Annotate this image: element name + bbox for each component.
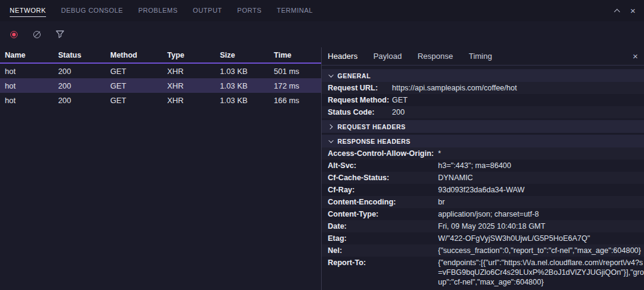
header-row: Cf-Ray: 93d093f23da6da34-WAW xyxy=(322,184,644,196)
header-key: Request Method: xyxy=(328,95,392,105)
column-header-time[interactable]: Time xyxy=(269,51,321,59)
cell-size: 1.03 KB xyxy=(215,81,269,90)
header-value: {"success_fraction":0,"report_to":"cf-ne… xyxy=(438,246,644,255)
header-row: Request Method: GET xyxy=(322,94,644,106)
response-entries: Access-Control-Allow-Origin: * Alt-Svc: … xyxy=(322,147,644,288)
table-row-selected[interactable]: hot 200 GET XHR 1.03 KB 172 ms xyxy=(0,78,321,93)
cell-size: 1.03 KB xyxy=(215,67,269,76)
chevron-down-icon xyxy=(328,72,333,77)
header-key: Alt-Svc: xyxy=(328,161,438,170)
header-value: br xyxy=(438,197,644,207)
section-response-headers-header[interactable]: RESPONSE HEADERS xyxy=(322,135,644,147)
section-request-headers-header[interactable]: REQUEST HEADERS xyxy=(322,120,644,133)
header-row: Nel: {"success_fraction":0,"report_to":"… xyxy=(322,244,644,257)
details-tab-bar: Headers Payload Response Timing × xyxy=(322,47,644,66)
tab-response[interactable]: Response xyxy=(417,52,453,61)
header-value: W/"422-OFgVyjSW3h0UjwL/G5P5HoE6A7Q" xyxy=(438,234,644,243)
header-key: Report-To: xyxy=(328,258,438,268)
general-entries: Request URL: https://api.sampleapis.com/… xyxy=(322,82,644,118)
cell-type: XHR xyxy=(162,67,215,76)
panel-tab-bar: NETWORK DEBUG CONSOLE PROBLEMS OUTPUT PO… xyxy=(0,0,644,21)
header-row: Date: Fri, 09 May 2025 10:40:18 GMT xyxy=(322,220,644,232)
network-devtools-panel: NETWORK DEBUG CONSOLE PROBLEMS OUTPUT PO… xyxy=(0,0,644,290)
cell-time: 166 ms xyxy=(269,96,321,105)
header-value: GET xyxy=(392,95,644,105)
tab-timing[interactable]: Timing xyxy=(469,52,493,61)
cell-status: 200 xyxy=(53,81,105,90)
column-header-type[interactable]: Type xyxy=(162,51,215,59)
section-title: GENERAL xyxy=(337,72,371,79)
cell-status: 200 xyxy=(53,67,105,76)
header-row: Access-Control-Allow-Origin: * xyxy=(322,147,644,160)
header-row: Content-Encoding: br xyxy=(322,196,644,208)
header-key: Cf-Ray: xyxy=(328,185,438,195)
cell-name: hot xyxy=(0,81,53,90)
table-row[interactable]: hot 200 GET XHR 1.03 KB 166 ms xyxy=(0,93,321,107)
panel-content: Name Status Method Type Size Time hot 20… xyxy=(0,47,644,290)
filter-button[interactable] xyxy=(55,29,65,40)
header-row: Request URL: https://api.sampleapis.com/… xyxy=(322,82,644,94)
details-body: GENERAL Request URL: https://api.samplea… xyxy=(322,66,644,290)
header-value: https://api.sampleapis.com/coffee/hot xyxy=(392,83,644,93)
tab-headers[interactable]: Headers xyxy=(328,52,357,61)
header-key: Nel: xyxy=(328,246,438,255)
section-response-headers: RESPONSE HEADERS Access-Control-Allow-Or… xyxy=(322,135,644,288)
chevron-up-icon[interactable] xyxy=(615,8,619,14)
header-key: Cf-Cache-Status: xyxy=(328,173,438,183)
section-request-headers: REQUEST HEADERS xyxy=(322,120,644,133)
header-row: Alt-Svc: h3=":443"; ma=86400 xyxy=(322,160,644,172)
tab-debug-console[interactable]: DEBUG CONSOLE xyxy=(61,5,123,17)
close-details-icon[interactable]: × xyxy=(632,52,638,61)
header-value: 200 xyxy=(392,107,644,117)
tab-problems[interactable]: PROBLEMS xyxy=(138,5,178,17)
clear-icon xyxy=(33,31,41,38)
record-button[interactable] xyxy=(8,29,19,40)
header-key: Access-Control-Allow-Origin: xyxy=(328,149,438,158)
tab-network[interactable]: NETWORK xyxy=(10,5,46,17)
header-key: Content-Encoding: xyxy=(328,197,438,207)
header-value: * xyxy=(438,149,644,158)
cell-name: hot xyxy=(0,96,53,105)
tab-terminal[interactable]: TERMINAL xyxy=(277,5,313,17)
panel-tabs: NETWORK DEBUG CONSOLE PROBLEMS OUTPUT PO… xyxy=(10,0,313,21)
column-header-status[interactable]: Status xyxy=(53,51,105,59)
cell-type: XHR xyxy=(162,96,215,105)
header-key: Etag: xyxy=(328,234,438,243)
chevron-up-glyph xyxy=(614,8,620,15)
header-value: application/json; charset=utf-8 xyxy=(438,209,644,219)
chevron-down-icon xyxy=(328,138,333,143)
record-icon xyxy=(10,31,18,38)
cell-time: 172 ms xyxy=(269,81,321,90)
header-row: Etag: W/"422-OFgVyjSW3h0UjwL/G5P5HoE6A7Q… xyxy=(322,232,644,244)
section-general-header[interactable]: GENERAL xyxy=(322,69,644,82)
filter-icon xyxy=(56,30,64,38)
header-row: Status Code: 200 xyxy=(322,106,644,118)
panel-actions: × xyxy=(615,6,636,15)
table-row[interactable]: hot 200 GET XHR 1.03 KB 501 ms xyxy=(0,64,321,78)
section-general: GENERAL Request URL: https://api.samplea… xyxy=(322,69,644,118)
column-header-name[interactable]: Name xyxy=(0,51,53,59)
requests-table: Name Status Method Type Size Time hot 20… xyxy=(0,47,322,290)
cell-method: GET xyxy=(105,81,162,90)
tab-output[interactable]: OUTPUT xyxy=(193,5,222,17)
header-key: Status Code: xyxy=(328,107,392,117)
table-header-row: Name Status Method Type Size Time xyxy=(0,47,321,64)
clear-button[interactable] xyxy=(32,29,42,40)
header-key: Date: xyxy=(328,221,438,231)
header-key: Content-Type: xyxy=(328,209,438,219)
tab-ports[interactable]: PORTS xyxy=(237,5,262,17)
column-header-method[interactable]: Method xyxy=(105,51,162,59)
header-row: Report-To: {"endpoints":[{"url":"https:\… xyxy=(322,257,644,288)
column-header-size[interactable]: Size xyxy=(215,51,269,59)
cell-time: 501 ms xyxy=(269,67,321,76)
close-panel-icon[interactable]: × xyxy=(630,6,636,15)
network-toolbar xyxy=(0,21,644,47)
header-value: h3=":443"; ma=86400 xyxy=(438,161,644,170)
tab-payload[interactable]: Payload xyxy=(373,52,402,61)
cell-type: XHR xyxy=(162,81,215,90)
header-row: Cf-Cache-Status: DYNAMIC xyxy=(322,172,644,184)
header-value: Fri, 09 May 2025 10:40:18 GMT xyxy=(438,221,644,231)
cell-status: 200 xyxy=(53,96,105,105)
section-title: RESPONSE HEADERS xyxy=(337,138,411,145)
chevron-right-icon xyxy=(328,124,333,129)
